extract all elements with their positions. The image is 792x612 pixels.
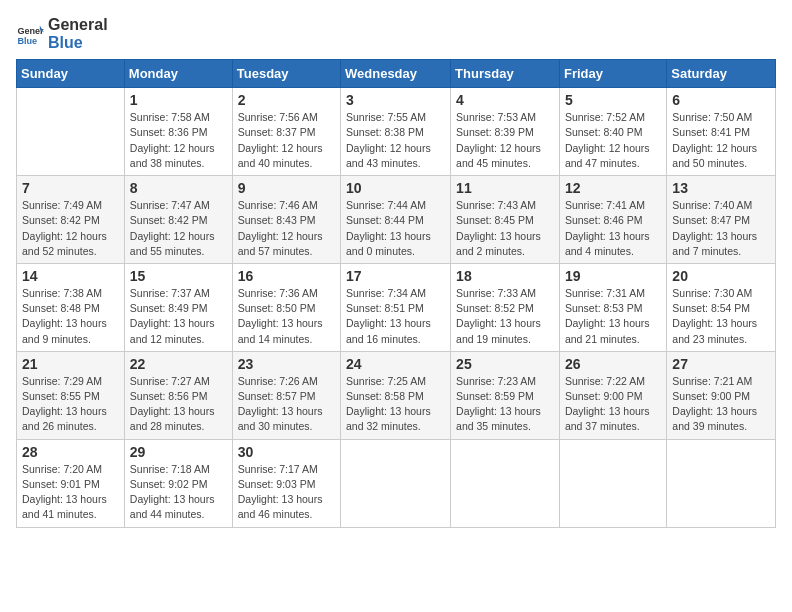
calendar-cell [341, 439, 451, 527]
calendar-cell: 12Sunrise: 7:41 AMSunset: 8:46 PMDayligh… [559, 176, 666, 264]
day-info: Sunrise: 7:23 AMSunset: 8:59 PMDaylight:… [456, 374, 554, 435]
day-info: Sunrise: 7:30 AMSunset: 8:54 PMDaylight:… [672, 286, 770, 347]
calendar-table: SundayMondayTuesdayWednesdayThursdayFrid… [16, 59, 776, 527]
day-number: 5 [565, 92, 661, 108]
weekday-header-monday: Monday [124, 60, 232, 88]
day-info: Sunrise: 7:25 AMSunset: 8:58 PMDaylight:… [346, 374, 445, 435]
day-number: 28 [22, 444, 119, 460]
logo-general: General [48, 16, 108, 34]
calendar-cell: 11Sunrise: 7:43 AMSunset: 8:45 PMDayligh… [451, 176, 560, 264]
day-info: Sunrise: 7:50 AMSunset: 8:41 PMDaylight:… [672, 110, 770, 171]
day-info: Sunrise: 7:46 AMSunset: 8:43 PMDaylight:… [238, 198, 335, 259]
day-info: Sunrise: 7:40 AMSunset: 8:47 PMDaylight:… [672, 198, 770, 259]
calendar-cell: 18Sunrise: 7:33 AMSunset: 8:52 PMDayligh… [451, 263, 560, 351]
calendar-cell [17, 88, 125, 176]
day-number: 1 [130, 92, 227, 108]
day-info: Sunrise: 7:38 AMSunset: 8:48 PMDaylight:… [22, 286, 119, 347]
day-info: Sunrise: 7:49 AMSunset: 8:42 PMDaylight:… [22, 198, 119, 259]
weekday-header-friday: Friday [559, 60, 666, 88]
day-number: 7 [22, 180, 119, 196]
logo-icon: General Blue [16, 20, 44, 48]
day-info: Sunrise: 7:58 AMSunset: 8:36 PMDaylight:… [130, 110, 227, 171]
logo-blue: Blue [48, 34, 108, 52]
day-info: Sunrise: 7:20 AMSunset: 9:01 PMDaylight:… [22, 462, 119, 523]
calendar-cell: 15Sunrise: 7:37 AMSunset: 8:49 PMDayligh… [124, 263, 232, 351]
day-number: 4 [456, 92, 554, 108]
day-number: 13 [672, 180, 770, 196]
calendar-cell [451, 439, 560, 527]
day-number: 10 [346, 180, 445, 196]
day-number: 11 [456, 180, 554, 196]
calendar-cell: 2Sunrise: 7:56 AMSunset: 8:37 PMDaylight… [232, 88, 340, 176]
calendar-cell [559, 439, 666, 527]
day-number: 3 [346, 92, 445, 108]
calendar-cell: 21Sunrise: 7:29 AMSunset: 8:55 PMDayligh… [17, 351, 125, 439]
day-number: 24 [346, 356, 445, 372]
day-info: Sunrise: 7:47 AMSunset: 8:42 PMDaylight:… [130, 198, 227, 259]
day-number: 23 [238, 356, 335, 372]
calendar-cell: 5Sunrise: 7:52 AMSunset: 8:40 PMDaylight… [559, 88, 666, 176]
day-info: Sunrise: 7:33 AMSunset: 8:52 PMDaylight:… [456, 286, 554, 347]
day-info: Sunrise: 7:17 AMSunset: 9:03 PMDaylight:… [238, 462, 335, 523]
weekday-header-wednesday: Wednesday [341, 60, 451, 88]
day-info: Sunrise: 7:56 AMSunset: 8:37 PMDaylight:… [238, 110, 335, 171]
day-number: 18 [456, 268, 554, 284]
calendar-cell: 1Sunrise: 7:58 AMSunset: 8:36 PMDaylight… [124, 88, 232, 176]
calendar-cell: 25Sunrise: 7:23 AMSunset: 8:59 PMDayligh… [451, 351, 560, 439]
calendar-cell: 6Sunrise: 7:50 AMSunset: 8:41 PMDaylight… [667, 88, 776, 176]
calendar-cell: 13Sunrise: 7:40 AMSunset: 8:47 PMDayligh… [667, 176, 776, 264]
day-info: Sunrise: 7:26 AMSunset: 8:57 PMDaylight:… [238, 374, 335, 435]
day-info: Sunrise: 7:53 AMSunset: 8:39 PMDaylight:… [456, 110, 554, 171]
calendar-week-row: 14Sunrise: 7:38 AMSunset: 8:48 PMDayligh… [17, 263, 776, 351]
day-info: Sunrise: 7:52 AMSunset: 8:40 PMDaylight:… [565, 110, 661, 171]
day-number: 12 [565, 180, 661, 196]
day-info: Sunrise: 7:41 AMSunset: 8:46 PMDaylight:… [565, 198, 661, 259]
calendar-cell: 7Sunrise: 7:49 AMSunset: 8:42 PMDaylight… [17, 176, 125, 264]
day-info: Sunrise: 7:44 AMSunset: 8:44 PMDaylight:… [346, 198, 445, 259]
calendar-cell: 29Sunrise: 7:18 AMSunset: 9:02 PMDayligh… [124, 439, 232, 527]
day-number: 2 [238, 92, 335, 108]
page-header: General Blue General Blue [16, 16, 776, 51]
day-number: 26 [565, 356, 661, 372]
calendar-week-row: 1Sunrise: 7:58 AMSunset: 8:36 PMDaylight… [17, 88, 776, 176]
day-info: Sunrise: 7:36 AMSunset: 8:50 PMDaylight:… [238, 286, 335, 347]
calendar-week-row: 21Sunrise: 7:29 AMSunset: 8:55 PMDayligh… [17, 351, 776, 439]
day-number: 8 [130, 180, 227, 196]
weekday-header-saturday: Saturday [667, 60, 776, 88]
calendar-cell: 14Sunrise: 7:38 AMSunset: 8:48 PMDayligh… [17, 263, 125, 351]
day-number: 29 [130, 444, 227, 460]
weekday-header-tuesday: Tuesday [232, 60, 340, 88]
day-number: 22 [130, 356, 227, 372]
day-number: 16 [238, 268, 335, 284]
day-info: Sunrise: 7:37 AMSunset: 8:49 PMDaylight:… [130, 286, 227, 347]
weekday-header-sunday: Sunday [17, 60, 125, 88]
calendar-cell: 23Sunrise: 7:26 AMSunset: 8:57 PMDayligh… [232, 351, 340, 439]
day-number: 19 [565, 268, 661, 284]
day-number: 15 [130, 268, 227, 284]
day-number: 21 [22, 356, 119, 372]
weekday-header-row: SundayMondayTuesdayWednesdayThursdayFrid… [17, 60, 776, 88]
day-info: Sunrise: 7:29 AMSunset: 8:55 PMDaylight:… [22, 374, 119, 435]
day-number: 14 [22, 268, 119, 284]
logo: General Blue General Blue [16, 16, 108, 51]
calendar-week-row: 7Sunrise: 7:49 AMSunset: 8:42 PMDaylight… [17, 176, 776, 264]
day-number: 27 [672, 356, 770, 372]
day-info: Sunrise: 7:18 AMSunset: 9:02 PMDaylight:… [130, 462, 227, 523]
calendar-cell: 8Sunrise: 7:47 AMSunset: 8:42 PMDaylight… [124, 176, 232, 264]
day-info: Sunrise: 7:21 AMSunset: 9:00 PMDaylight:… [672, 374, 770, 435]
day-info: Sunrise: 7:27 AMSunset: 8:56 PMDaylight:… [130, 374, 227, 435]
day-info: Sunrise: 7:43 AMSunset: 8:45 PMDaylight:… [456, 198, 554, 259]
day-info: Sunrise: 7:34 AMSunset: 8:51 PMDaylight:… [346, 286, 445, 347]
day-number: 20 [672, 268, 770, 284]
calendar-cell: 30Sunrise: 7:17 AMSunset: 9:03 PMDayligh… [232, 439, 340, 527]
calendar-cell: 10Sunrise: 7:44 AMSunset: 8:44 PMDayligh… [341, 176, 451, 264]
day-info: Sunrise: 7:22 AMSunset: 9:00 PMDaylight:… [565, 374, 661, 435]
calendar-cell: 4Sunrise: 7:53 AMSunset: 8:39 PMDaylight… [451, 88, 560, 176]
calendar-cell: 9Sunrise: 7:46 AMSunset: 8:43 PMDaylight… [232, 176, 340, 264]
calendar-cell: 20Sunrise: 7:30 AMSunset: 8:54 PMDayligh… [667, 263, 776, 351]
day-info: Sunrise: 7:31 AMSunset: 8:53 PMDaylight:… [565, 286, 661, 347]
calendar-cell [667, 439, 776, 527]
calendar-cell: 3Sunrise: 7:55 AMSunset: 8:38 PMDaylight… [341, 88, 451, 176]
day-number: 9 [238, 180, 335, 196]
calendar-cell: 16Sunrise: 7:36 AMSunset: 8:50 PMDayligh… [232, 263, 340, 351]
